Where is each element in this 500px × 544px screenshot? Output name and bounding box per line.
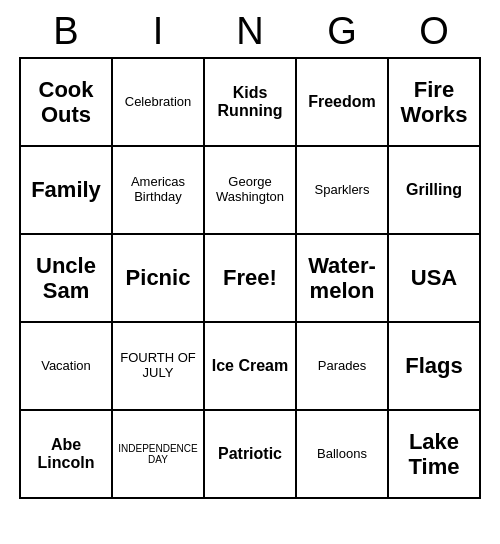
cell-r4-c4: Lake Time [389, 411, 481, 499]
cell-text-r2-c0: Uncle Sam [25, 253, 107, 304]
cell-r0-c1: Celebration [113, 59, 205, 147]
cell-text-r2-c2: Free! [223, 265, 277, 290]
header-i: I [112, 10, 204, 53]
cell-r1-c0: Family [21, 147, 113, 235]
cell-text-r3-c2: Ice Cream [212, 357, 289, 375]
cell-text-r0-c4: Fire Works [393, 77, 475, 128]
cell-text-r1-c4: Grilling [406, 181, 462, 199]
cell-text-r2-c4: USA [411, 265, 457, 290]
cell-r4-c3: Balloons [297, 411, 389, 499]
cell-r3-c1: FOURTH OF JULY [113, 323, 205, 411]
cell-text-r3-c4: Flags [405, 353, 462, 378]
cell-text-r1-c2: George Washington [209, 175, 291, 205]
cell-text-r1-c1: Americas Birthday [117, 175, 199, 205]
cell-text-r2-c3: Water- melon [301, 253, 383, 304]
cell-text-r4-c1: INDEPENDENCE DAY [117, 443, 199, 466]
cell-text-r1-c3: Sparklers [315, 183, 370, 198]
cell-text-r1-c0: Family [31, 177, 101, 202]
cell-text-r4-c2: Patriotic [218, 445, 282, 463]
cell-text-r3-c0: Vacation [41, 359, 91, 374]
bingo-header: B I N G O [20, 10, 480, 53]
cell-text-r0-c2: Kids Running [209, 84, 291, 121]
cell-r1-c4: Grilling [389, 147, 481, 235]
header-b: B [20, 10, 112, 53]
cell-text-r0-c3: Freedom [308, 93, 376, 111]
cell-text-r0-c0: Cook Outs [25, 77, 107, 128]
cell-r3-c4: Flags [389, 323, 481, 411]
cell-r4-c1: INDEPENDENCE DAY [113, 411, 205, 499]
header-n: N [204, 10, 296, 53]
cell-text-r3-c3: Parades [318, 359, 366, 374]
cell-text-r4-c3: Balloons [317, 447, 367, 462]
cell-r3-c0: Vacation [21, 323, 113, 411]
cell-text-r4-c0: Abe Lincoln [25, 436, 107, 473]
cell-r4-c2: Patriotic [205, 411, 297, 499]
cell-r0-c4: Fire Works [389, 59, 481, 147]
cell-r2-c4: USA [389, 235, 481, 323]
cell-r1-c1: Americas Birthday [113, 147, 205, 235]
cell-r3-c2: Ice Cream [205, 323, 297, 411]
cell-text-r2-c1: Picnic [126, 265, 191, 290]
cell-r0-c3: Freedom [297, 59, 389, 147]
cell-r2-c0: Uncle Sam [21, 235, 113, 323]
cell-r1-c2: George Washington [205, 147, 297, 235]
cell-text-r3-c1: FOURTH OF JULY [117, 351, 199, 381]
cell-r2-c1: Picnic [113, 235, 205, 323]
header-o: O [388, 10, 480, 53]
header-g: G [296, 10, 388, 53]
cell-text-r4-c4: Lake Time [393, 429, 475, 480]
cell-r4-c0: Abe Lincoln [21, 411, 113, 499]
bingo-grid: Cook OutsCelebrationKids RunningFreedomF… [19, 57, 481, 499]
cell-r3-c3: Parades [297, 323, 389, 411]
cell-r0-c0: Cook Outs [21, 59, 113, 147]
cell-r0-c2: Kids Running [205, 59, 297, 147]
cell-r2-c3: Water- melon [297, 235, 389, 323]
cell-r2-c2: Free! [205, 235, 297, 323]
cell-text-r0-c1: Celebration [125, 95, 192, 110]
cell-r1-c3: Sparklers [297, 147, 389, 235]
